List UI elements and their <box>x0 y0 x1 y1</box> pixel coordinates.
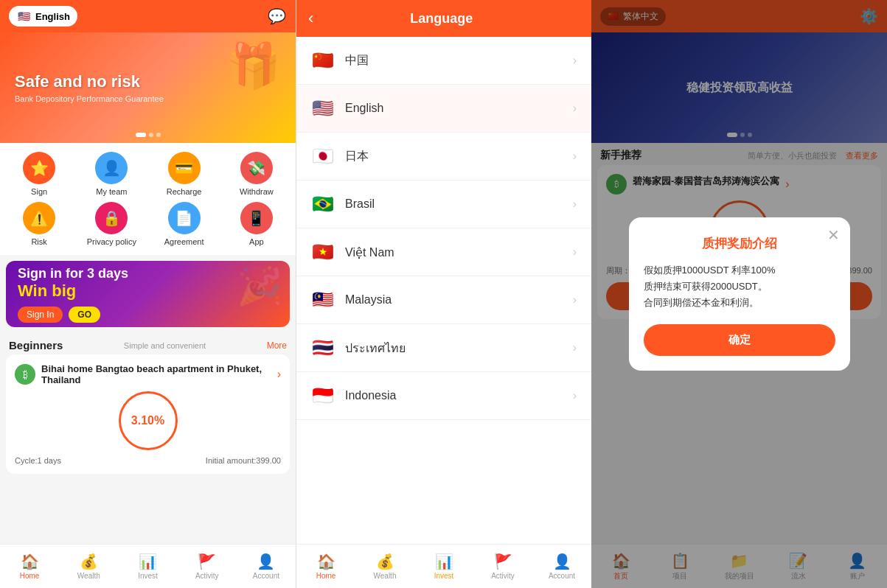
product-arrow-icon[interactable]: › <box>277 368 281 381</box>
invest-icon-left: 📊 <box>139 553 157 570</box>
nav-activity-left[interactable]: 🚩 Activity <box>178 545 237 588</box>
lang-item-en[interactable]: 🇺🇸 English › <box>296 85 591 133</box>
nav-invest-left[interactable]: 📊 Invest <box>118 545 177 588</box>
signin-button[interactable]: Sign In <box>18 307 63 323</box>
activity-icon-middle: 🚩 <box>494 553 512 570</box>
product-icon-left: ₿ <box>15 364 35 385</box>
chat-icon[interactable]: 💬 <box>266 6 287 27</box>
icon-risk[interactable]: ⚠️ Risk <box>6 202 72 246</box>
language-list: 🇨🇳 中国 › 🇺🇸 English › 🇯🇵 日本 › 🇧🇷 Brasil ›… <box>296 37 591 544</box>
right-panel: 🇨🇳 繁体中文 ⚙️ 稳健投资领取高收益 新手推荐 简单方便、小兵也能投资 查看… <box>591 0 887 588</box>
product-name-left: Bihai home Bangtao beach apartment in Ph… <box>41 363 271 385</box>
promo-line1: Sign in for 3 days <box>18 266 128 281</box>
icon-withdraw[interactable]: 💸 Withdraw <box>223 152 290 196</box>
promo-decoration: 🎉 <box>237 265 282 307</box>
modal-overlay: ✕ 质押奖励介绍 假如质押1000USDT 利率100%质押结束可获得2000U… <box>591 0 887 588</box>
icon-privacy[interactable]: 🔒 Privacy policy <box>78 202 145 246</box>
banner-decoration: 🎁 <box>226 40 281 92</box>
middle-bottom-nav: 🏠 Home 💰 Wealth 📊 Invest 🚩 Activity 👤 Ac… <box>296 544 591 588</box>
flag-zh: 🇨🇳 <box>311 49 335 72</box>
icon-agreement[interactable]: 📄 Agreement <box>151 202 218 246</box>
chevron-ja-icon: › <box>573 150 577 163</box>
beginners-title: Beginners <box>9 339 63 351</box>
lang-name-en: English <box>345 102 563 115</box>
banner-text-left: Safe and no risk Bank Depository Perform… <box>15 72 164 103</box>
nav-home-left[interactable]: 🏠 Home <box>0 545 59 588</box>
back-button[interactable]: ‹ <box>308 9 313 28</box>
product-title-row: ₿ Bihai home Bangtao beach apartment in … <box>15 363 281 385</box>
app-label: App <box>249 237 264 246</box>
icon-recharge[interactable]: 💳 Recharge <box>151 152 218 196</box>
language-badge-left[interactable]: 🇺🇸 English <box>9 6 77 27</box>
lang-name-th: ประเทศไทย <box>345 339 563 357</box>
nav-activity-middle[interactable]: 🚩 Activity <box>473 545 532 588</box>
activity-label-middle: Activity <box>491 572 515 580</box>
wealth-icon-middle: 💰 <box>376 553 394 570</box>
promo-line2: Win big <box>18 281 128 301</box>
flag-ja: 🇯🇵 <box>311 144 335 168</box>
flag-vi: 🇻🇳 <box>311 240 335 264</box>
nav-wealth-left[interactable]: 💰 Wealth <box>59 545 118 588</box>
activity-label-left: Activity <box>195 572 219 580</box>
activity-icon-left: 🚩 <box>198 553 216 570</box>
lang-item-id[interactable]: 🇮🇩 Indonesia › <box>296 372 591 420</box>
left-bottom-nav: 🏠 Home 💰 Wealth 📊 Invest 🚩 Activity 👤 Ac… <box>0 544 296 588</box>
lang-item-pt[interactable]: 🇧🇷 Brasil › <box>296 181 591 228</box>
lang-item-th[interactable]: 🇹🇭 ประเทศไทย › <box>296 324 591 372</box>
chevron-vi-icon: › <box>573 245 577 259</box>
risk-icon: ⚠️ <box>23 202 55 234</box>
withdraw-label: Withdraw <box>240 187 274 196</box>
icon-sign[interactable]: ⭐ Sign <box>6 152 72 196</box>
chevron-id-icon: › <box>573 389 577 402</box>
lang-name-ms: Malaysia <box>345 293 563 307</box>
flag-pt: 🇧🇷 <box>311 192 335 216</box>
go-button[interactable]: GO <box>69 307 100 323</box>
chevron-ms-icon: › <box>573 293 577 307</box>
lang-name-ja: 日本 <box>345 149 563 164</box>
lang-item-ja[interactable]: 🇯🇵 日本 › <box>296 133 591 181</box>
modal-confirm-button[interactable]: 确定 <box>644 324 835 356</box>
account-label-left: Account <box>253 572 279 580</box>
privacy-label: Privacy policy <box>87 237 136 246</box>
home-label-middle: Home <box>316 572 336 580</box>
account-label-middle: Account <box>549 572 575 580</box>
product-details-left: Cycle:1 days Initial amount:399.00 <box>15 456 281 465</box>
recharge-icon: 💳 <box>168 152 201 184</box>
nav-home-middle[interactable]: 🏠 Home <box>296 545 355 588</box>
privacy-icon: 🔒 <box>95 202 128 234</box>
icon-myteam[interactable]: 👤 My team <box>78 152 145 196</box>
account-icon-middle: 👤 <box>553 553 571 570</box>
lang-item-ms[interactable]: 🇲🇾 Malaysia › <box>296 276 591 324</box>
lang-item-zh[interactable]: 🇨🇳 中国 › <box>296 37 591 85</box>
nav-invest-middle[interactable]: 📊 Invest <box>414 545 473 588</box>
home-label-left: Home <box>20 572 40 580</box>
invest-label-middle: Invest <box>434 572 454 580</box>
language-title: Language <box>325 11 557 27</box>
initial-label-left: Initial amount:399.00 <box>206 456 281 465</box>
sign-icon: ⭐ <box>23 152 55 184</box>
icon-app[interactable]: 📱 App <box>223 202 290 246</box>
chevron-th-icon: › <box>573 341 577 354</box>
nav-wealth-middle[interactable]: 💰 Wealth <box>355 545 414 588</box>
lang-item-vi[interactable]: 🇻🇳 Việt Nam › <box>296 228 591 276</box>
withdraw-icon: 💸 <box>240 152 273 184</box>
dot-3 <box>156 133 161 137</box>
banner-title-left: Safe and no risk <box>15 72 164 91</box>
beginners-more[interactable]: More <box>267 340 287 351</box>
modal-close-button[interactable]: ✕ <box>827 226 840 244</box>
beginners-subtitle: Simple and convenient <box>124 341 206 350</box>
risk-label: Risk <box>31 237 46 246</box>
nav-account-left[interactable]: 👤 Account <box>237 545 296 588</box>
modal-body: 假如质押1000USDT 利率100%质押结束可获得2000USDT。合同到期偿… <box>644 262 835 311</box>
lang-label-left: English <box>35 11 70 22</box>
lang-name-id: Indonesia <box>345 389 563 402</box>
myteam-label: My team <box>96 187 127 196</box>
home-icon-left: 🏠 <box>21 553 39 570</box>
nav-account-middle[interactable]: 👤 Account <box>532 545 591 588</box>
flag-ms: 🇲🇾 <box>311 288 335 312</box>
flag-en: 🇺🇸 <box>311 97 335 120</box>
cycle-label-left: Cycle:1 days <box>15 456 61 465</box>
wealth-icon-left: 💰 <box>80 553 98 570</box>
middle-panel: ‹ Language 🇨🇳 中国 › 🇺🇸 English › 🇯🇵 日本 › … <box>296 0 591 588</box>
rate-circle-left: 3.10% <box>119 391 178 450</box>
